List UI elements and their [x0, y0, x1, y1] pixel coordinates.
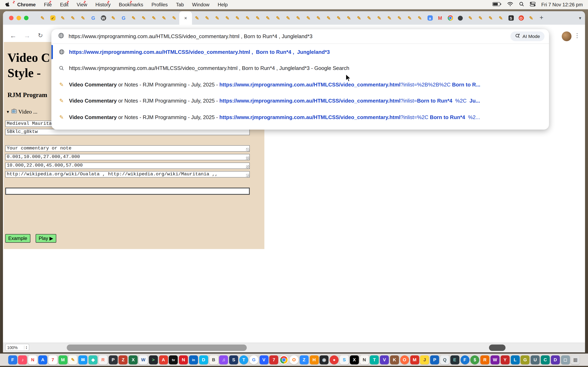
- browser-tab[interactable]: ✎: [384, 11, 395, 25]
- browser-tab[interactable]: ✎: [344, 11, 354, 25]
- dock-app-icon[interactable]: L: [511, 355, 520, 364]
- browser-tab[interactable]: ✎: [374, 11, 384, 25]
- browser-tab[interactable]: ✎: [465, 11, 476, 25]
- active-tab[interactable]: ×: [179, 11, 192, 25]
- dock-app-icon[interactable]: N: [360, 355, 369, 364]
- dock-app-icon[interactable]: K: [390, 355, 399, 364]
- browser-tab[interactable]: W: [98, 11, 108, 25]
- ai-mode-button[interactable]: AI Mode: [511, 31, 545, 41]
- play-button[interactable]: Play ▶: [35, 234, 56, 243]
- browser-tab[interactable]: ✎: [58, 11, 68, 25]
- zoom-window-button[interactable]: [24, 16, 29, 20]
- dock-app-icon[interactable]: E: [450, 355, 459, 364]
- browser-tab[interactable]: ✎: [108, 11, 119, 25]
- browser-tab[interactable]: G: [118, 11, 129, 25]
- dock-app-icon[interactable]: ◆: [89, 355, 98, 364]
- dock-app-icon[interactable]: D: [551, 355, 560, 364]
- browser-tab[interactable]: ✎: [314, 11, 324, 25]
- omnibox-suggestion[interactable]: ✎Video Commentary or Notes - RJM Program…: [52, 109, 549, 125]
- menu-item-help[interactable]: Help: [218, 2, 228, 7]
- dock-app-icon[interactable]: T: [370, 355, 379, 364]
- wiki-links-field[interactable]: http://wikipedia.org/wiki/Oualata , http…: [5, 171, 250, 177]
- minimize-window-button[interactable]: [17, 16, 21, 20]
- browser-tab[interactable]: ✎: [222, 11, 233, 25]
- dock-app-icon[interactable]: S: [229, 355, 238, 364]
- dock-app-icon[interactable]: N: [28, 355, 37, 364]
- new-tab-button[interactable]: +: [536, 11, 547, 25]
- dock-app-icon[interactable]: U: [531, 355, 540, 364]
- dock-app-icon[interactable]: $: [470, 355, 479, 364]
- browser-tab[interactable]: ✎: [303, 11, 314, 25]
- dock-app-icon[interactable]: G: [521, 355, 530, 364]
- forward-button[interactable]: →: [24, 32, 30, 39]
- dock-app-icon[interactable]: X: [350, 355, 359, 364]
- dock-app-icon[interactable]: F: [460, 355, 469, 364]
- dock-app-icon[interactable]: Q: [440, 355, 449, 364]
- zoom-stepper[interactable]: ▲ ▼: [24, 345, 27, 349]
- browser-tab[interactable]: ✎: [253, 11, 263, 25]
- reload-button[interactable]: ↻: [38, 32, 43, 39]
- dock-app-icon[interactable]: F: [8, 355, 17, 364]
- dock-chrome-icon[interactable]: [279, 355, 288, 364]
- dock-app-icon[interactable]: P: [430, 355, 439, 364]
- menu-item-edit[interactable]: Edit: [60, 2, 68, 7]
- dock-app-icon[interactable]: W: [490, 355, 499, 364]
- menu-item-profiles[interactable]: Profiles: [151, 2, 168, 7]
- menu-bar-clock[interactable]: Fri 7 Nov 12:26 pm: [541, 2, 583, 7]
- browser-tab[interactable]: a: [425, 11, 435, 25]
- close-window-button[interactable]: [9, 16, 13, 20]
- dock-app-icon[interactable]: Y: [501, 355, 510, 364]
- browser-tab[interactable]: ✎: [364, 11, 374, 25]
- browser-tab[interactable]: ✎: [334, 11, 344, 25]
- profile-avatar[interactable]: [562, 31, 571, 41]
- browser-tab[interactable]: ✎: [526, 11, 536, 25]
- browser-tab[interactable]: ✎: [415, 11, 425, 25]
- browser-tab[interactable]: ✎: [38, 11, 48, 25]
- horizontal-scrollbar-thumb[interactable]: [67, 345, 247, 351]
- dock-app-icon[interactable]: ✉: [78, 355, 87, 364]
- browser-tab[interactable]: ✓: [48, 11, 58, 25]
- browser-tab[interactable]: ✎: [354, 11, 364, 25]
- omnibox-suggestion[interactable]: https://www.rjmprogramming.com.au/HTMLCS…: [52, 60, 549, 76]
- omnibox-suggestion[interactable]: ✎Video Commentary or Notes - RJM Program…: [52, 76, 549, 93]
- browser-tab[interactable]: ✎: [486, 11, 496, 25]
- control-center-icon[interactable]: [530, 2, 536, 7]
- page-zoom-indicator[interactable]: 100% ▲ ▼: [5, 344, 29, 351]
- commentary-note-field[interactable]: Your commentary or note: [5, 145, 250, 152]
- browser-tab[interactable]: G: [88, 11, 98, 25]
- browser-tab[interactable]: ✎: [68, 11, 78, 25]
- browser-tab[interactable]: ✎: [273, 11, 283, 25]
- dock-app-icon[interactable]: ♪: [18, 355, 27, 364]
- dock-app-icon[interactable]: R: [480, 355, 489, 364]
- browser-tab[interactable]: ✎: [202, 11, 212, 25]
- dock-app-icon[interactable]: S: [340, 355, 349, 364]
- dock-app-icon[interactable]: B: [209, 355, 218, 364]
- dock-app-icon[interactable]: ✎: [68, 355, 77, 364]
- close-tab-icon[interactable]: ×: [184, 15, 187, 21]
- example-button[interactable]: Example: [5, 234, 30, 243]
- dock-app-icon[interactable]: O: [400, 355, 409, 364]
- channel-url-input[interactable]: https://www.youtube.com/@biodeserts: [5, 188, 250, 195]
- end-times-field[interactable]: 10.000,22.000,45.000,57.000: [5, 162, 250, 169]
- browser-tab[interactable]: ✎: [139, 11, 149, 25]
- secondary-scrollbar-thumb[interactable]: [489, 345, 506, 351]
- dock-app-icon[interactable]: V: [380, 355, 389, 364]
- resize-handle-icon[interactable]: [246, 157, 250, 160]
- browser-tab[interactable]: ✎: [212, 11, 223, 25]
- back-button[interactable]: ←: [10, 32, 17, 39]
- browser-menu-kebab-icon[interactable]: ⋮: [574, 32, 580, 39]
- dock-app-icon[interactable]: M: [58, 355, 67, 364]
- dock-app-icon[interactable]: 7: [48, 355, 57, 364]
- dock-app-icon[interactable]: A: [38, 355, 47, 364]
- dock-app-icon[interactable]: M: [410, 355, 419, 364]
- dock-app-icon[interactable]: ◻: [561, 355, 570, 364]
- start-times-field[interactable]: 0.001,10.000,27.000,47.000: [5, 154, 250, 160]
- video-details-toggle[interactable]: ▼ Video ...: [6, 109, 37, 115]
- dock-app-icon[interactable]: Z: [300, 355, 309, 364]
- spotlight-search-icon[interactable]: [519, 1, 525, 8]
- menu-item-view[interactable]: View: [77, 2, 87, 7]
- browser-tab[interactable]: [455, 11, 466, 25]
- browser-tab[interactable]: O: [516, 11, 526, 25]
- dock-app-icon[interactable]: N: [179, 355, 188, 364]
- dock-app-icon[interactable]: T: [239, 355, 248, 364]
